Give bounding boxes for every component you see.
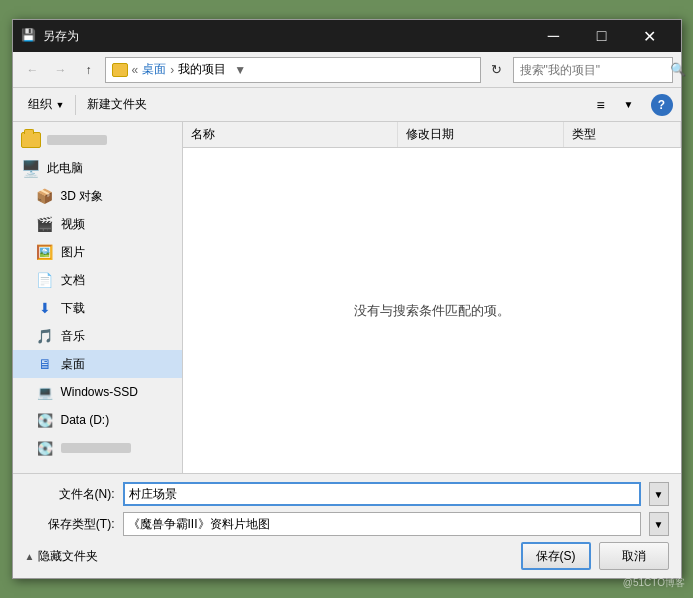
folder-icon <box>21 131 41 149</box>
organize-dropdown-icon: ▼ <box>56 100 65 110</box>
view-icon: ≡ <box>596 97 604 113</box>
breadcrumb-dropdown[interactable]: ▼ <box>234 63 246 77</box>
bottom-area: 文件名(N): ▼ 保存类型(T): 《魔兽争霸III》资料片地图 ▼ ▲ 隐藏… <box>13 473 681 578</box>
filetype-value: 《魔兽争霸III》资料片地图 <box>124 516 640 533</box>
filetype-label: 保存类型(T): <box>25 516 115 533</box>
close-button[interactable]: ✕ <box>627 20 673 52</box>
up-button[interactable]: ↑ <box>77 58 101 82</box>
search-icon: 🔍 <box>670 62 686 77</box>
toolbar: 组织 ▼ 新建文件夹 ≡ ▼ ? <box>13 88 681 122</box>
filename-input-wrap <box>123 482 641 506</box>
dialog-icon: 💾 <box>21 28 37 44</box>
download-icon: ⬇ <box>35 299 55 317</box>
music-icon: 🎵 <box>35 327 55 345</box>
col-date-header[interactable]: 修改日期 <box>398 122 564 147</box>
sidebar-item-label <box>61 443 131 453</box>
desktop-icon: 🖥 <box>35 355 55 373</box>
breadcrumb-folder-icon <box>112 63 128 77</box>
minimize-button[interactable]: ─ <box>531 20 577 52</box>
new-folder-button[interactable]: 新建文件夹 <box>80 92 154 118</box>
sidebar-item-label: 3D 对象 <box>61 188 104 205</box>
search-input[interactable] <box>520 63 670 77</box>
sidebar-item-blur1[interactable] <box>13 126 182 154</box>
sidebar-item-videos[interactable]: 🎬 视频 <box>13 210 182 238</box>
breadcrumb[interactable]: « 桌面 › 我的项目 ▼ <box>105 57 481 83</box>
filename-row: 文件名(N): ▼ <box>25 482 669 506</box>
drive-icon2: 💽 <box>35 439 55 457</box>
sidebar-item-label: 文档 <box>61 272 85 289</box>
filename-input[interactable] <box>125 484 639 504</box>
filename-dropdown[interactable]: ▼ <box>649 482 669 506</box>
sidebar-item-blur2[interactable]: 💽 <box>13 434 182 462</box>
dialog-title: 另存为 <box>43 28 531 45</box>
sidebar-item-label: 下载 <box>61 300 85 317</box>
empty-message: 没有与搜索条件匹配的项。 <box>354 302 510 320</box>
maximize-button[interactable]: □ <box>579 20 625 52</box>
sidebar-item-data-d[interactable]: 💽 Data (D:) <box>13 406 182 434</box>
collapse-arrow-icon: ▲ <box>25 551 35 562</box>
drive-icon: 💻 <box>35 383 55 401</box>
video-icon: 🎬 <box>35 215 55 233</box>
hide-files-label: 隐藏文件夹 <box>38 548 98 565</box>
title-bar: 💾 另存为 ─ □ ✕ <box>13 20 681 52</box>
hide-files-toggle[interactable]: ▲ 隐藏文件夹 <box>25 548 99 565</box>
sidebar-item-music[interactable]: 🎵 音乐 <box>13 322 182 350</box>
sidebar-item-label: 桌面 <box>61 356 85 373</box>
main-content: 🖥️ 此电脑 📦 3D 对象 🎬 视频 🖼️ 图片 📄 文档 <box>13 122 681 473</box>
nav-bar: ← → ↑ « 桌面 › 我的项目 ▼ ↻ 🔍 <box>13 52 681 88</box>
breadcrumb-separator: « <box>132 63 139 77</box>
sidebar-item-pictures[interactable]: 🖼️ 图片 <box>13 238 182 266</box>
3d-icon: 📦 <box>35 187 55 205</box>
watermark: @51CTO博客 <box>623 576 685 590</box>
organize-label: 组织 <box>28 96 52 113</box>
sidebar-item-label <box>47 135 107 145</box>
doc-icon: 📄 <box>35 271 55 289</box>
col-name-header[interactable]: 名称 <box>183 122 399 147</box>
refresh-button[interactable]: ↻ <box>485 58 509 82</box>
drive-d-icon: 💽 <box>35 411 55 429</box>
view-dropdown-button[interactable]: ▼ <box>615 92 643 118</box>
sidebar-item-downloads[interactable]: ⬇ 下载 <box>13 294 182 322</box>
sidebar-item-label: 此电脑 <box>47 160 83 177</box>
sidebar: 🖥️ 此电脑 📦 3D 对象 🎬 视频 🖼️ 图片 📄 文档 <box>13 122 183 473</box>
filename-label: 文件名(N): <box>25 486 115 503</box>
breadcrumb-arrow: › <box>170 63 174 77</box>
toolbar-separator <box>75 95 76 115</box>
organize-button[interactable]: 组织 ▼ <box>21 92 72 118</box>
new-folder-label: 新建文件夹 <box>87 96 147 113</box>
back-button[interactable]: ← <box>21 58 45 82</box>
sidebar-item-this-pc[interactable]: 🖥️ 此电脑 <box>13 154 182 182</box>
col-type-header[interactable]: 类型 <box>564 122 680 147</box>
image-icon: 🖼️ <box>35 243 55 261</box>
sidebar-item-desktop[interactable]: 🖥 桌面 <box>13 350 182 378</box>
window-controls: ─ □ ✕ <box>531 20 673 52</box>
sidebar-item-windows-ssd[interactable]: 💻 Windows-SSD <box>13 378 182 406</box>
sidebar-item-label: 音乐 <box>61 328 85 345</box>
file-header: 名称 修改日期 类型 <box>183 122 681 148</box>
folder-shape <box>21 132 41 148</box>
button-row: ▲ 隐藏文件夹 保存(S) 取消 <box>25 542 669 570</box>
sidebar-item-documents[interactable]: 📄 文档 <box>13 266 182 294</box>
forward-button[interactable]: → <box>49 58 73 82</box>
filetype-dropdown[interactable]: ▼ <box>649 512 669 536</box>
file-area: 名称 修改日期 类型 没有与搜索条件匹配的项。 <box>183 122 681 473</box>
file-list-empty: 没有与搜索条件匹配的项。 <box>183 148 681 473</box>
filetype-row: 保存类型(T): 《魔兽争霸III》资料片地图 ▼ <box>25 512 669 536</box>
sidebar-item-label: Windows-SSD <box>61 385 138 399</box>
sidebar-item-label: Data (D:) <box>61 413 110 427</box>
breadcrumb-desktop: 桌面 <box>142 61 166 78</box>
pc-icon: 🖥️ <box>21 159 41 177</box>
help-icon: ? <box>658 98 665 112</box>
save-button[interactable]: 保存(S) <box>521 542 591 570</box>
breadcrumb-myproject: 我的项目 <box>178 61 226 78</box>
search-bar: 🔍 <box>513 57 673 83</box>
help-button[interactable]: ? <box>651 94 673 116</box>
sidebar-item-3d[interactable]: 📦 3D 对象 <box>13 182 182 210</box>
cancel-button[interactable]: 取消 <box>599 542 669 570</box>
action-buttons: 保存(S) 取消 <box>521 542 669 570</box>
view-button[interactable]: ≡ <box>587 92 615 118</box>
filetype-select[interactable]: 《魔兽争霸III》资料片地图 <box>123 512 641 536</box>
save-dialog: 💾 另存为 ─ □ ✕ ← → ↑ « 桌面 › 我的项目 ▼ ↻ 🔍 组织 ▼ <box>12 19 682 579</box>
sidebar-item-label: 图片 <box>61 244 85 261</box>
sidebar-item-label: 视频 <box>61 216 85 233</box>
